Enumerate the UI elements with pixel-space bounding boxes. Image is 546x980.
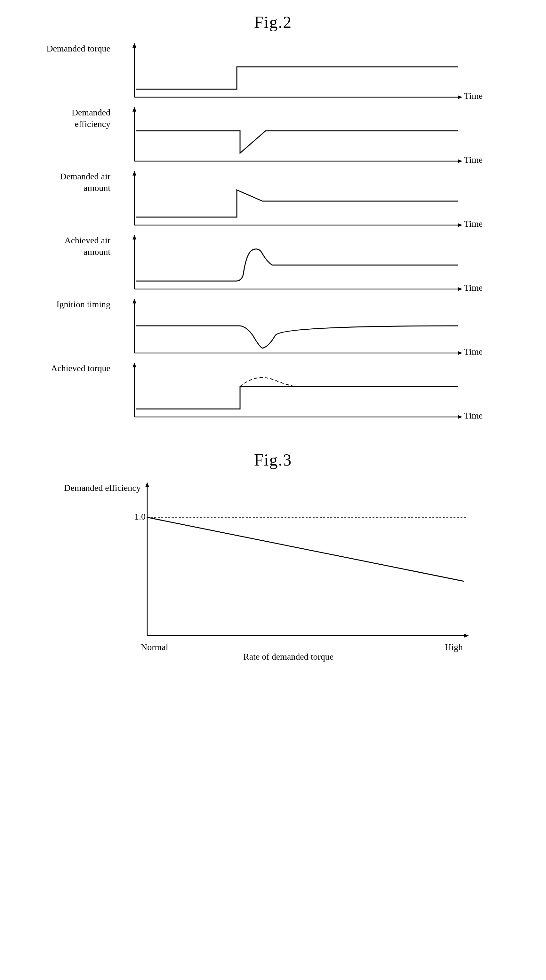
chart-demanded-air-amount: Time (115, 169, 467, 233)
fig3-title: Fig.3 (26, 450, 520, 469)
chart-row-demanded-efficiency: Demanded efficiency Time (45, 105, 467, 169)
chart-row-demanded-air-amount: Demanded air amount Time (45, 169, 467, 233)
fig3-container: Fig.3 Demanded efficiency 1.0 Normal (26, 450, 520, 671)
svg-text:High: High (445, 642, 463, 652)
svg-marker-31 (145, 482, 149, 487)
chart-achieved-air-amount: Time (115, 233, 467, 297)
page: Fig.2 Demanded torque Time (0, 0, 546, 684)
label-achieved-torque: Achieved torque (45, 361, 115, 374)
chart-row-demanded-torque: Demanded torque Time (45, 41, 467, 105)
label-ignition-timing: Ignition timing (45, 297, 115, 310)
chart-row-ignition-timing: Ignition timing Time (45, 297, 467, 361)
svg-text:1.0: 1.0 (134, 512, 145, 522)
svg-text:Time: Time (464, 155, 483, 165)
label-demanded-air-amount: Demanded air amount (45, 169, 115, 194)
svg-marker-16 (133, 235, 136, 240)
fig3-x-label: Rate of demanded torque (243, 652, 334, 662)
svg-marker-6 (133, 107, 136, 111)
svg-line-36 (147, 517, 464, 581)
chart-achieved-torque: Time (115, 361, 467, 425)
svg-marker-11 (133, 171, 136, 175)
chart-row-achieved-torque: Achieved torque Time (45, 361, 467, 425)
svg-marker-8 (458, 159, 463, 163)
svg-text:Time: Time (464, 219, 483, 229)
svg-text:Time: Time (464, 91, 483, 101)
label-achieved-air-amount: Achieved air amount (45, 233, 115, 258)
chart-demanded-efficiency: Time (115, 105, 467, 169)
svg-marker-3 (458, 95, 463, 99)
label-demanded-efficiency: Demanded efficiency (45, 105, 115, 130)
fig2-title: Fig.2 (26, 13, 520, 32)
svg-marker-1 (133, 43, 136, 48)
svg-marker-33 (464, 634, 469, 638)
svg-marker-18 (458, 287, 463, 291)
svg-marker-28 (458, 415, 463, 419)
label-demanded-torque: Demanded torque (45, 41, 115, 54)
svg-text:Normal: Normal (141, 642, 168, 652)
chart-row-achieved-air-amount: Achieved air amount Time (45, 233, 467, 297)
chart-ignition-timing: Time (115, 297, 467, 361)
fig3-svg: 1.0 Normal High (121, 479, 474, 655)
svg-marker-26 (133, 363, 136, 368)
svg-text:Time: Time (464, 283, 483, 293)
chart-demanded-torque: Time (115, 41, 467, 105)
svg-marker-21 (133, 299, 136, 304)
svg-marker-23 (458, 351, 463, 355)
svg-text:Time: Time (464, 347, 483, 356)
fig2-charts: Demanded torque Time (45, 41, 520, 425)
svg-marker-13 (458, 223, 463, 227)
svg-text:Time: Time (464, 410, 483, 420)
